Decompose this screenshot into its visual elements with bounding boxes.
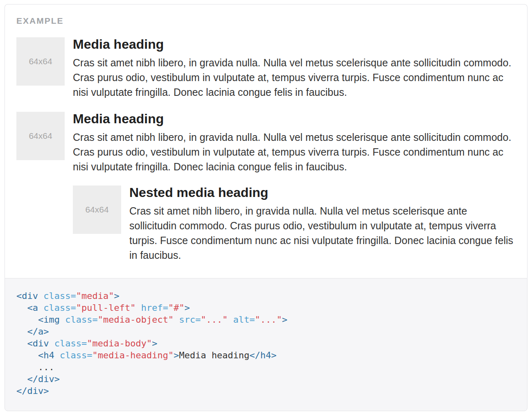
code-token: "media-heading" — [92, 350, 174, 360]
code-token: </h4> — [250, 350, 277, 360]
nested-media-item: 64x64 Nested media heading Cras sit amet… — [73, 186, 516, 262]
code-token: <img — [38, 314, 60, 325]
example-pane: EXAMPLE 64x64 Media heading Cras sit ame… — [5, 4, 527, 278]
code-token: <div — [27, 338, 49, 348]
media-heading: Media heading — [73, 37, 516, 51]
code-token — [60, 314, 65, 325]
code-token — [16, 326, 27, 337]
code-token: class= — [43, 291, 76, 301]
media-object-placeholder-image[interactable]: 64x64 — [73, 186, 121, 234]
media-object-placeholder-image[interactable]: 64x64 — [16, 37, 65, 86]
code-line: <div class="media"> — [16, 290, 516, 302]
code-token: <div — [16, 291, 38, 301]
code-line: </div> — [16, 385, 516, 397]
code-token — [38, 303, 43, 313]
code-token: > — [114, 291, 119, 301]
code-token — [54, 350, 60, 360]
code-token: "media-body" — [87, 338, 152, 348]
media-body: Nested media heading Cras sit amet nibh … — [129, 186, 516, 262]
code-token: > — [185, 303, 190, 313]
code-token — [16, 303, 27, 313]
code-token: </div> — [27, 374, 60, 384]
code-token: alt= — [233, 314, 255, 325]
code-token — [174, 314, 179, 325]
media-text: Cras sit amet nibh libero, in gravida nu… — [129, 204, 516, 262]
code-token: "..." — [201, 314, 228, 325]
nested-media-heading: Nested media heading — [129, 186, 516, 199]
code-token — [135, 303, 141, 313]
code-token: "media" — [76, 291, 114, 301]
code-token — [16, 374, 27, 384]
code-token: <h4 — [38, 350, 54, 360]
media-heading: Media heading — [73, 112, 516, 126]
media-body: Media heading Cras sit amet nibh libero,… — [73, 37, 516, 100]
code-token: "media-object" — [98, 314, 174, 325]
code-block: <div class="media"> <a class="pull-left"… — [5, 278, 527, 411]
code-token — [16, 338, 27, 348]
media-text: Cras sit amet nibh libero, in gravida nu… — [73, 130, 516, 174]
code-token: class= — [60, 350, 92, 360]
code-token: href= — [141, 303, 168, 313]
code-token: "pull-left" — [76, 303, 136, 313]
code-token: <a — [27, 303, 38, 313]
code-line: <h4 class="media-heading">Media heading<… — [16, 349, 516, 361]
media-text: Cras sit amet nibh libero, in gravida nu… — [73, 55, 516, 100]
code-token — [16, 314, 38, 325]
code-token: class= — [43, 303, 76, 313]
code-token — [228, 314, 233, 325]
code-token: > — [152, 338, 157, 348]
code-token — [38, 291, 43, 301]
code-token: src= — [179, 314, 201, 325]
media-object-placeholder-image[interactable]: 64x64 — [16, 112, 65, 160]
code-token: </div> — [16, 386, 49, 396]
media-item: 64x64 Media heading Cras sit amet nibh l… — [16, 37, 516, 100]
code-token: class= — [65, 314, 97, 325]
code-token: </a> — [27, 326, 49, 337]
example-label: EXAMPLE — [16, 16, 516, 26]
code-token: > — [282, 314, 287, 325]
code-token: Media heading — [179, 350, 249, 360]
code-line: <a class="pull-left" href="#"> — [16, 302, 516, 314]
code-line: ... — [16, 361, 516, 373]
code-token: "..." — [255, 314, 282, 325]
media-body: Media heading Cras sit amet nibh libero,… — [73, 112, 516, 262]
code-token — [49, 338, 54, 348]
code-line: <img class="media-object" src="..." alt=… — [16, 314, 516, 326]
media-item: 64x64 Media heading Cras sit amet nibh l… — [16, 112, 516, 262]
code-token: class= — [54, 338, 87, 348]
code-line: <div class="media-body"> — [16, 337, 516, 349]
code-token — [16, 350, 38, 360]
code-line: </a> — [16, 326, 516, 337]
code-token: "#" — [168, 303, 185, 313]
code-token: > — [174, 350, 179, 360]
code-line: </div> — [16, 373, 516, 385]
code-token: ... — [16, 362, 54, 372]
